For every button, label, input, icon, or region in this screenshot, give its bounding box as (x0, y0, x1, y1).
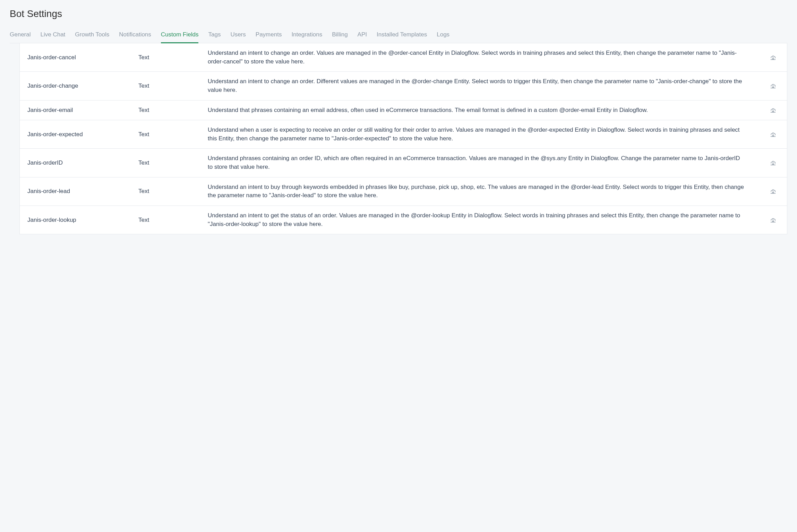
row-action (767, 54, 779, 61)
table-row: Janis-order-leadTextUnderstand an intent… (20, 177, 787, 206)
table-row: Janis-order-expectedTextUnderstand when … (20, 120, 787, 149)
row-action (767, 217, 779, 223)
field-name: Janis-orderID (27, 159, 131, 166)
table-row: Janis-order-emailTextUnderstand that phr… (20, 101, 787, 121)
field-type: Text (138, 54, 201, 61)
field-name: Janis-order-change (27, 82, 131, 89)
table-row: Janis-order-cancelTextUnderstand an inte… (20, 43, 787, 72)
tab-live-chat[interactable]: Live Chat (40, 28, 65, 43)
field-type: Text (138, 131, 201, 138)
tabs-nav: GeneralLive ChatGrowth ToolsNotification… (10, 28, 787, 43)
field-description: Understand when a user is expecting to r… (208, 126, 760, 143)
field-name: Janis-order-lead (27, 188, 131, 195)
download-icon[interactable] (770, 188, 777, 194)
table-row: Janis-orderIDTextUnderstand phrases cont… (20, 149, 787, 177)
page-title: Bot Settings (10, 8, 787, 19)
tab-api[interactable]: API (358, 28, 367, 43)
tab-tags[interactable]: Tags (208, 28, 221, 43)
field-name: Janis-order-expected (27, 131, 131, 138)
row-action (767, 107, 779, 113)
field-description: Understand that phrases containing an em… (208, 106, 760, 115)
tab-custom-fields[interactable]: Custom Fields (161, 28, 199, 43)
field-name: Janis-order-cancel (27, 54, 131, 61)
field-type: Text (138, 107, 201, 114)
field-description: Understand phrases containing an order I… (208, 154, 760, 171)
field-name: Janis-order-lookup (27, 217, 131, 224)
download-icon[interactable] (770, 54, 777, 61)
tab-logs[interactable]: Logs (437, 28, 449, 43)
tab-integrations[interactable]: Integrations (291, 28, 322, 43)
table-row: Janis-order-changeTextUnderstand an inte… (20, 72, 787, 100)
download-icon[interactable] (770, 160, 777, 166)
tab-users[interactable]: Users (230, 28, 246, 43)
download-icon[interactable] (770, 107, 777, 113)
download-icon[interactable] (770, 131, 777, 138)
field-type: Text (138, 159, 201, 166)
table-row: Janis-order-lookupTextUnderstand an inte… (20, 206, 787, 234)
field-description: Understand an intent to change an order.… (208, 49, 760, 66)
download-icon[interactable] (770, 217, 777, 223)
row-action (767, 188, 779, 194)
tab-notifications[interactable]: Notifications (119, 28, 151, 43)
tab-payments[interactable]: Payments (256, 28, 282, 43)
row-action (767, 131, 779, 138)
field-description: Understand an intent to change an order.… (208, 77, 760, 94)
field-description: Understand an intent to buy through keyw… (208, 183, 760, 200)
tab-billing[interactable]: Billing (332, 28, 348, 43)
field-type: Text (138, 82, 201, 89)
tab-growth-tools[interactable]: Growth Tools (75, 28, 109, 43)
field-type: Text (138, 217, 201, 224)
custom-fields-table: Janis-order-cancelTextUnderstand an inte… (19, 43, 787, 234)
row-action (767, 160, 779, 166)
field-type: Text (138, 188, 201, 195)
field-description: Understand an intent to get the status o… (208, 211, 760, 228)
download-icon[interactable] (770, 83, 777, 89)
row-action (767, 83, 779, 89)
tab-installed-templates[interactable]: Installed Templates (377, 28, 427, 43)
tab-general[interactable]: General (10, 28, 31, 43)
field-name: Janis-order-email (27, 107, 131, 114)
